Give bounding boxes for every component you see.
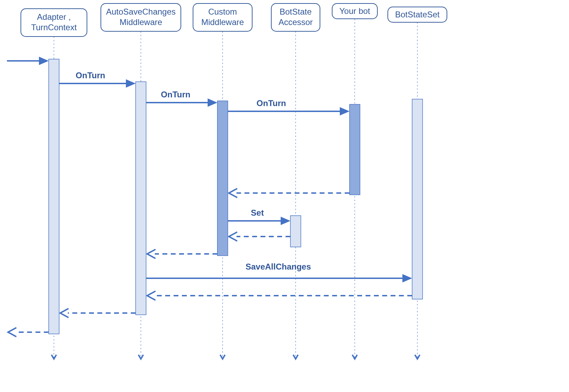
participant-autosave: AutoSaveChanges Middleware	[101, 3, 181, 31]
msg-saveallchanges: SaveAllChanges	[146, 262, 412, 282]
msg-set: Set	[228, 208, 290, 225]
participant-botstateset: BotStateSet	[388, 7, 447, 22]
participant-accessor: BotState Accessor	[271, 3, 320, 31]
participant-adapter: Adapter , TurnContext	[21, 9, 87, 37]
msg-label: OnTurn	[161, 90, 191, 99]
participant-label: Custom	[208, 7, 237, 16]
participant-label: Adapter ,	[37, 12, 71, 22]
activation-accessor	[290, 216, 301, 247]
return-custom-autosave	[147, 249, 217, 258]
msg-onturn-3: OnTurn	[228, 98, 350, 115]
sequence-diagram: Adapter , TurnContext AutoSaveChanges Mi…	[0, 0, 522, 365]
participant-label: Your bot	[339, 6, 370, 16]
participant-label: Middleware	[120, 17, 162, 27]
return-accessor-custom	[229, 232, 290, 241]
participant-label: BotState	[280, 7, 312, 16]
activation-botstateset	[412, 99, 423, 299]
activation-autosave	[136, 82, 146, 315]
svg-marker-13	[340, 107, 350, 115]
msg-label: OnTurn	[257, 98, 286, 108]
svg-marker-16	[281, 217, 290, 225]
msg-label: Set	[251, 208, 264, 217]
entry-arrow	[7, 57, 49, 65]
svg-marker-11	[208, 98, 217, 107]
participant-yourbot: Your bot	[332, 3, 377, 19]
participant-label: Accessor	[279, 17, 313, 27]
svg-marker-9	[126, 79, 136, 88]
lifeline-end-arrows	[51, 355, 420, 359]
return-botstateset-autosave	[147, 291, 412, 300]
participant-label: BotStateSet	[395, 10, 440, 19]
msg-onturn-2: OnTurn	[146, 90, 217, 107]
svg-marker-20	[402, 274, 412, 282]
participant-label: AutoSaveChanges	[106, 7, 176, 16]
participant-custom: Custom Middleware	[193, 3, 252, 31]
exit-arrow	[8, 328, 49, 337]
return-yourbot-custom	[229, 189, 350, 198]
participant-label: TurnContext	[31, 23, 77, 32]
msg-label: SaveAllChanges	[246, 262, 311, 271]
participant-label: Middleware	[201, 17, 244, 27]
return-autosave-adapter	[60, 309, 136, 318]
activation-adapter	[49, 59, 59, 334]
activation-custom	[217, 101, 228, 256]
svg-marker-7	[39, 57, 49, 65]
msg-onturn-1: OnTurn	[59, 71, 136, 88]
msg-label: OnTurn	[76, 71, 105, 80]
activation-yourbot	[350, 104, 360, 195]
